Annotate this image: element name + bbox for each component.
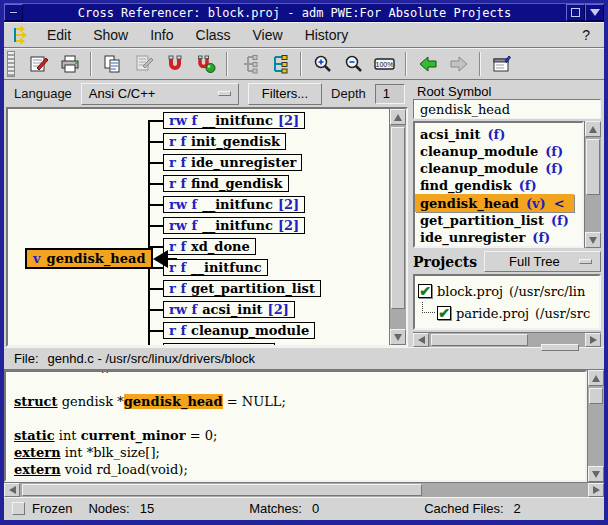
controls-row: Language Ansi C/C++ Filters... Depth 1 [4, 80, 408, 107]
code-vscrollbar[interactable] [587, 370, 604, 482]
scroll-trough[interactable] [588, 386, 604, 466]
left-arrow-icon [418, 336, 425, 344]
project-checkbox[interactable]: ✔ [437, 306, 451, 320]
frozen-label: Frozen [32, 501, 72, 516]
magnet-query-button[interactable] [190, 51, 221, 77]
properties-button[interactable] [486, 51, 517, 77]
edit-document-button[interactable] [128, 51, 159, 77]
back-button[interactable] [412, 51, 443, 77]
zoom-in-button[interactable] [307, 51, 338, 77]
call-tree-root[interactable]: vgendisk_head [25, 248, 177, 269]
projects-mode-select[interactable]: Full Tree [484, 251, 601, 272]
window-menu-icon [9, 11, 18, 14]
call-tree-node[interactable]: r fcleanup_module [8, 322, 389, 339]
scroll-up-button[interactable] [588, 370, 604, 386]
scroll-left-button[interactable] [4, 483, 20, 497]
call-tree-node[interactable]: r fget_partition_list [8, 280, 389, 297]
call-graph-vscrollbar[interactable] [389, 109, 406, 345]
maximize-button[interactable] [566, 4, 585, 21]
collapse-tree-button[interactable] [233, 51, 264, 77]
menu-item[interactable]: Show [82, 24, 139, 46]
symbol-list-item[interactable]: acsi_init(f) [415, 125, 510, 142]
code-line [14, 410, 585, 427]
scroll-up-button[interactable] [390, 109, 406, 125]
call-tree-node[interactable]: r fide_unregister [8, 154, 389, 171]
scroll-thumb[interactable] [22, 484, 422, 496]
code-line: extern int *blk_size[]; [14, 444, 585, 461]
symbol-list-item[interactable]: cleanup_module(f) [415, 143, 568, 160]
symbol-list-item[interactable]: cleanup_module(f) [415, 160, 568, 177]
help-menu[interactable]: ? [576, 24, 596, 46]
menu-item[interactable]: View [242, 24, 294, 46]
menu-item[interactable]: Info [139, 24, 184, 46]
scroll-thumb[interactable] [391, 127, 405, 309]
shade-icon [590, 9, 600, 16]
magnet-query-icon [195, 53, 217, 75]
call-tree-node[interactable]: r ffind_gendisk [8, 175, 389, 192]
scroll-down-button[interactable] [585, 232, 601, 248]
window-menu-button[interactable] [4, 4, 23, 21]
up-arrow-icon [394, 114, 402, 121]
scroll-down-button[interactable] [588, 466, 604, 482]
print-icon [59, 53, 81, 75]
call-tree-node[interactable]: r finit_gendisk [8, 133, 389, 150]
frozen-toggle[interactable] [12, 502, 25, 515]
tree-elbow-line [422, 302, 435, 313]
cached-files-label: Cached Files: [424, 501, 503, 516]
expand-tree-button[interactable] [264, 51, 295, 77]
project-item[interactable]: ✔ paride.proj(/usr/src [418, 302, 597, 324]
scroll-thumb[interactable] [586, 139, 600, 195]
down-arrow-icon [592, 471, 600, 478]
call-tree-node[interactable]: rw f__initfunc[2] [8, 112, 389, 129]
menu-item[interactable]: History [294, 24, 360, 46]
scroll-down-button[interactable] [390, 329, 406, 345]
compose-button[interactable] [23, 51, 54, 77]
symbol-list-item[interactable]: ide_unregister(f) [415, 229, 555, 246]
call-tree-node[interactable] [8, 343, 389, 345]
scroll-up-button[interactable] [585, 121, 601, 137]
depth-input[interactable]: 1 [375, 84, 405, 104]
scroll-right-button[interactable] [588, 483, 604, 497]
scroll-left-button[interactable] [413, 333, 429, 347]
edit-document-icon [133, 53, 155, 75]
symbol-list-item[interactable]: get_partition_list(f) [415, 212, 574, 229]
copy-button[interactable] [97, 51, 128, 77]
bottom-hscrollbar[interactable] [4, 482, 604, 497]
forward-button[interactable] [443, 51, 474, 77]
scroll-thumb[interactable] [431, 334, 528, 346]
print-button[interactable] [54, 51, 85, 77]
file-label: File: [14, 351, 39, 366]
toolbar-separator [300, 52, 302, 76]
magnet-icon [164, 53, 186, 75]
call-tree-node[interactable]: rw f__initfunc[2] [8, 196, 389, 213]
symbol-list-vscrollbar[interactable] [584, 121, 601, 248]
scroll-right-button[interactable] [585, 333, 601, 347]
scroll-trough[interactable] [585, 137, 601, 232]
magnet-button[interactable] [159, 51, 190, 77]
toolbar-separator [90, 52, 92, 76]
expand-tree-icon [269, 53, 291, 75]
zoom-out-button[interactable] [338, 51, 369, 77]
project-checkbox[interactable]: ✔ [418, 284, 432, 298]
forward-icon [448, 53, 470, 75]
toolbar-grip[interactable] [7, 51, 15, 77]
language-select[interactable]: Ansi C/C++ [81, 83, 239, 105]
call-tree-node[interactable]: rw facsi_init[2] [8, 301, 389, 318]
zoom-100-button[interactable]: 100% [369, 51, 400, 77]
menu-item[interactable]: Edit [36, 24, 82, 46]
scroll-trough[interactable] [390, 125, 406, 329]
connector-line [148, 225, 163, 227]
scroll-thumb[interactable] [589, 388, 603, 404]
project-item[interactable]: ✔ block.proj(/usr/src/lin [418, 280, 597, 302]
scroll-trough[interactable] [20, 483, 588, 497]
titlebar[interactable]: Cross Referencer: block.proj - adm PWE:F… [4, 3, 604, 22]
pane-sash-handle[interactable] [541, 344, 579, 351]
call-tree-node[interactable]: rw f__initfunc[2] [8, 217, 389, 234]
filters-button[interactable]: Filters... [248, 83, 322, 105]
root-symbol-input[interactable]: gendisk_head [413, 99, 601, 119]
symbol-list-item[interactable]: gendisk_head(v)< [415, 194, 574, 211]
shade-button[interactable] [585, 4, 604, 21]
menu-item[interactable]: Class [185, 24, 242, 46]
symbol-list-item[interactable]: find_gendisk(f) [415, 177, 542, 194]
root-symbol-label: Root Symbol [413, 80, 601, 99]
